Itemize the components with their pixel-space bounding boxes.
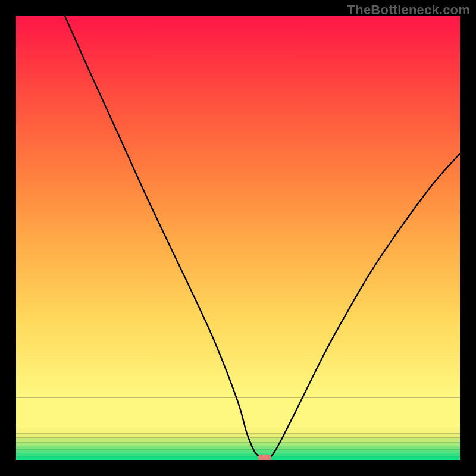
color-band [16,449,460,453]
color-band [16,442,460,446]
color-band [16,446,460,449]
color-band [16,453,460,456]
chart-frame: TheBottleneck.com [0,0,476,476]
minimum-marker [258,455,271,460]
color-band [16,427,460,433]
color-band [16,456,460,460]
color-band [16,16,460,398]
bottleneck-chart [16,16,460,460]
watermark-text: TheBottleneck.com [347,2,470,18]
color-band [16,438,460,442]
color-band [16,433,460,437]
